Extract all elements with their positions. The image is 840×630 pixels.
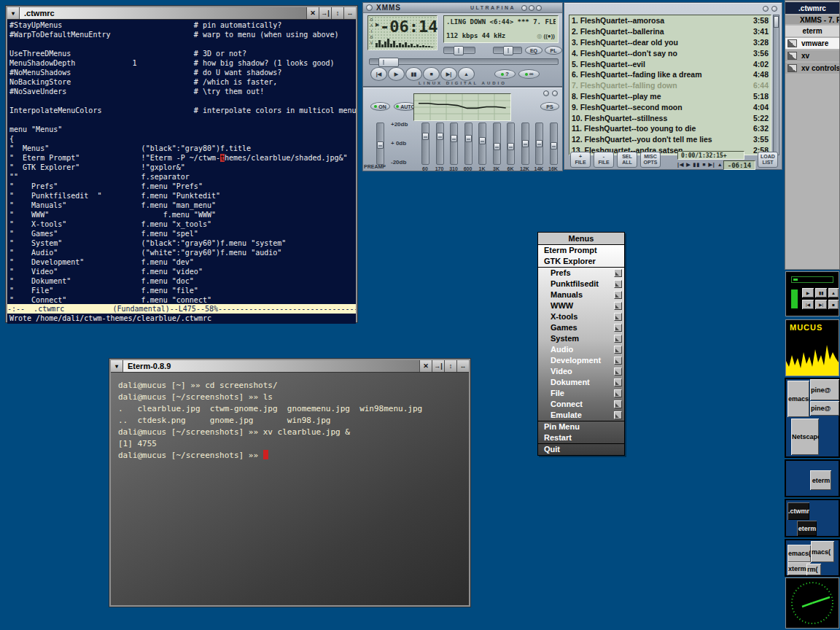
cd-prev-button[interactable]: |◀ <box>802 300 814 309</box>
submenu-arrow-icon[interactable] <box>614 313 622 321</box>
playlist-entries[interactable]: 1. FleshQuartet--amorosa3:582. FleshQuar… <box>569 15 771 155</box>
emacs-icon-b[interactable]: macs( <box>811 541 834 562</box>
iconmanager-entry-eterm[interactable]: eterm <box>785 26 839 36</box>
eq-presets-button[interactable]: PS <box>540 102 559 111</box>
seek-knob[interactable] <box>378 58 399 67</box>
submenu-arrow-icon[interactable] <box>614 302 622 310</box>
eq-band-knob[interactable] <box>465 135 472 142</box>
eq-band-slider-6k[interactable] <box>507 122 515 165</box>
shuffle-button[interactable]: ? <box>494 69 516 79</box>
misc-options-button[interactable]: MISCOPTS <box>640 152 661 168</box>
vresize-button[interactable]: ↕ <box>331 7 343 19</box>
xmms-close-button[interactable] <box>536 5 542 11</box>
submenu-arrow-icon[interactable] <box>614 335 622 343</box>
cd-eject-button[interactable]: ▲ <box>828 288 839 298</box>
balance-knob[interactable] <box>503 46 513 55</box>
playlist-row[interactable]: 9. FleshQuartet--second moon4:04 <box>569 101 771 112</box>
remove-file-button[interactable]: -FILE <box>594 152 614 168</box>
volume-slider[interactable] <box>443 47 475 54</box>
menu-item-pin-menu[interactable]: Pin Menu <box>538 421 624 432</box>
playlist-row[interactable]: 4. FleshQuartet--don't say no3:56 <box>569 47 771 58</box>
playlist-row[interactable]: 3. FleshQuartet--dear old you3:28 <box>569 37 771 48</box>
eq-shade-button[interactable] <box>543 90 549 96</box>
submenu-arrow-icon[interactable] <box>614 378 622 386</box>
menu-item-system[interactable]: System <box>538 333 624 344</box>
playlist-row[interactable]: 10. FleshQuartet--stillness5:22 <box>569 112 771 123</box>
submenu-arrow-icon[interactable] <box>614 291 622 299</box>
eq-band-slider-14k[interactable] <box>535 122 543 165</box>
close-button[interactable]: ✕ <box>419 360 432 372</box>
emacs-titlebar[interactable]: ▾ .ctwmrc ✕ →| ↕ ↔ <box>7 7 356 20</box>
volume-knob[interactable] <box>454 46 464 55</box>
submenu-arrow-icon[interactable] <box>614 368 622 376</box>
submenu-arrow-icon[interactable] <box>614 269 622 277</box>
playlist-row[interactable]: 11. FleshQuartet--too young to die6:32 <box>569 123 771 134</box>
xterm-icon-b[interactable]: rm( <box>806 564 821 575</box>
close-button[interactable]: ✕ <box>306 7 319 19</box>
submenu-arrow-icon[interactable] <box>614 411 622 419</box>
eq-band-slider-16k[interactable] <box>550 122 558 165</box>
equalizer-toggle-button[interactable]: EQ <box>525 46 542 55</box>
window-menu-button[interactable]: ▾ <box>7 7 20 19</box>
eq-band-slider-600[interactable] <box>464 122 472 165</box>
eq-band-knob[interactable] <box>422 133 429 140</box>
eq-band-slider-170[interactable] <box>436 122 444 165</box>
menu-item-prefs[interactable]: Prefs <box>538 268 624 279</box>
pine-icon-1[interactable]: pine@ <box>810 379 839 400</box>
clutterbar[interactable]: OAIDV <box>369 17 374 46</box>
preamp-knob[interactable] <box>377 141 384 149</box>
eterm-titlebar[interactable]: ▾ Eterm-0.8.9 ✕ →| ↕ ↔ <box>111 360 469 373</box>
iconmanager-entry--ctwmrc[interactable]: .ctwmrc <box>785 2 839 14</box>
submenu-arrow-icon[interactable] <box>614 389 622 397</box>
emacs-icon-a[interactable]: emacs( <box>788 545 811 562</box>
eterm-icon-button[interactable]: eterm <box>810 470 831 490</box>
playlist-row[interactable]: 5. FleshQuartet--evil4:02 <box>569 58 771 69</box>
select-all-button[interactable]: SELALL <box>617 152 637 168</box>
playlist-row[interactable]: 8. FleshQuartet--play me5:18 <box>569 91 771 102</box>
emacs-minibuffer[interactable]: Wrote /home/dali/ctwm-themes/clearblue/.… <box>7 314 356 324</box>
menu-item-eterm-prompt[interactable]: Eterm Prompt <box>538 245 624 256</box>
playlist-mini-transport[interactable]: |◀ ▶ ▮▮ ■ ▶| ▲ <box>677 162 723 168</box>
hresize-button[interactable]: ↔ <box>343 7 356 19</box>
eq-band-slider-1k[interactable] <box>478 122 486 165</box>
eq-band-knob[interactable] <box>522 140 529 147</box>
cd-pause-button[interactable]: ▮▮ <box>815 288 827 298</box>
eq-band-knob[interactable] <box>551 142 557 149</box>
playlist-toggle-button[interactable]: PL <box>545 46 562 55</box>
menu-item-audio[interactable]: Audio <box>538 344 624 355</box>
eq-band-knob[interactable] <box>536 140 542 147</box>
eject-button[interactable]: ▲ <box>458 67 475 81</box>
cd-play-button[interactable]: ▶ <box>802 288 814 298</box>
cd-player-dockapp[interactable]: ▶ ▮▮ ▲ |◀ ▶| ■ <box>785 271 839 316</box>
repeat-button[interactable]: ∞ <box>518 69 540 79</box>
menu-item-x-tools[interactable]: X-tools <box>538 311 624 322</box>
preamp-slider[interactable] <box>376 122 384 165</box>
cd-next-button[interactable]: ▶| <box>815 300 827 309</box>
track-title-marquee[interactable]: .LING DOWN <6:44> *** 7. FLESI <box>446 18 556 26</box>
playlist-close-button[interactable] <box>771 6 777 12</box>
submenu-arrow-icon[interactable] <box>614 357 622 365</box>
spectrum-analyzer[interactable] <box>376 36 435 47</box>
eq-band-knob[interactable] <box>479 137 486 144</box>
playlist-row[interactable]: 12. FleshQuartet--you don't tell me lies… <box>569 134 771 145</box>
iconmanager-entry-vmware[interactable]: vmware <box>785 38 839 49</box>
submenu-arrow-icon[interactable] <box>614 280 622 288</box>
xmms-shade-button[interactable] <box>529 5 534 11</box>
iconify-button[interactable]: →| <box>432 360 444 372</box>
menu-item-file[interactable]: File <box>538 388 624 399</box>
play-button[interactable]: ▶ <box>388 67 405 81</box>
eq-band-knob[interactable] <box>494 143 500 150</box>
menu-item-connect[interactable]: Connect <box>538 399 624 410</box>
menu-item-punktfilsedit[interactable]: Punktfilsedit <box>538 279 624 289</box>
playlist-row[interactable]: 2. FleshQuartet--ballerina3:41 <box>569 26 771 37</box>
playlist-scrollbar-thumb[interactable] <box>774 16 779 28</box>
iconmanager-entry-xv-controls[interactable]: xv controls <box>785 63 839 74</box>
emacs-buffer[interactable]: #StayUpMenus # pin automatically?#WarpTo… <box>7 20 356 304</box>
menu-item-games[interactable]: Games <box>538 322 624 333</box>
time-display[interactable]: OAIDV ▶ -06:14 <box>368 15 438 50</box>
previous-button[interactable]: |◀ <box>370 67 387 81</box>
stop-button[interactable]: ■ <box>423 67 440 81</box>
eq-band-slider-60[interactable] <box>421 122 429 165</box>
pine-icon-2[interactable]: pine@ <box>810 401 839 416</box>
menu-item-gtk-explorer[interactable]: GTK Explorer <box>538 256 624 267</box>
